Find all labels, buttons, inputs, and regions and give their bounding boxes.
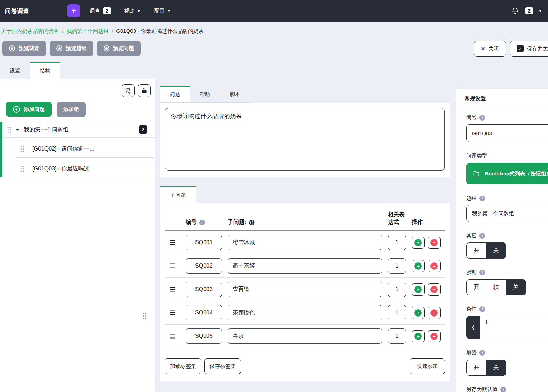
preview-group-button[interactable]: 预览题组 xyxy=(50,41,93,56)
breadcrumb-current: G01Q03 - 你最近喝过什么品牌的奶茶 xyxy=(116,28,204,35)
nav-surveys[interactable]: 调查 2 xyxy=(90,7,111,14)
info-icon[interactable]: i xyxy=(500,387,506,392)
add-row-button[interactable]: + xyxy=(412,307,425,319)
info-icon[interactable]: i xyxy=(479,270,485,275)
subq-relevance-input[interactable] xyxy=(388,328,406,344)
nav-help-menu[interactable]: 帮助 xyxy=(124,8,140,14)
breadcrumb-survey-link[interactable]: 关于国内奶茶品牌的调查 xyxy=(1,28,59,35)
col-relevance-header: 相关表达式 xyxy=(388,211,406,226)
breadcrumb-separator: / xyxy=(62,28,63,34)
tab-structure[interactable]: 结构 xyxy=(30,62,60,79)
subq-text-input[interactable] xyxy=(228,305,382,320)
subq-code-input[interactable] xyxy=(186,258,222,274)
add-row-button[interactable]: + xyxy=(412,283,425,296)
add-group-button[interactable]: 添加组 xyxy=(57,102,86,117)
subq-text-input[interactable] xyxy=(228,328,382,344)
subq-relevance-input[interactable] xyxy=(388,305,406,320)
tab-subquestions[interactable]: 子问题 xyxy=(160,186,196,203)
question-type-button[interactable]: Bootstrap式列表（按钮组） xyxy=(466,163,548,184)
encrypted-on-option[interactable]: 开 xyxy=(466,360,486,376)
drag-handle-icon[interactable] xyxy=(165,266,180,266)
question-text-input[interactable]: 你最近喝过什么品牌的奶茶 xyxy=(165,108,445,171)
add-row-button[interactable]: + xyxy=(412,237,425,249)
panel-resize-grip[interactable] xyxy=(142,313,147,319)
tree-question-row[interactable]: [G01Q03] › 你最近喝过... xyxy=(16,160,154,177)
info-icon[interactable]: i xyxy=(479,115,485,121)
subq-code-input[interactable] xyxy=(186,282,222,297)
tab-help[interactable]: 帮助 xyxy=(190,86,220,102)
subq-text-input[interactable] xyxy=(228,282,382,297)
subq-text-input[interactable] xyxy=(228,235,382,250)
condition-input[interactable]: 1 xyxy=(480,316,548,339)
other-toggle: 开 关 xyxy=(466,242,506,259)
bell-icon[interactable] xyxy=(511,7,519,15)
other-off-option[interactable]: 关 xyxy=(486,242,506,259)
settings-panel-title: 常规设置 xyxy=(456,89,548,107)
minus-circle-icon: − xyxy=(430,262,438,270)
lock-button[interactable] xyxy=(138,84,151,97)
close-button[interactable]: × 关闭 xyxy=(474,41,506,57)
preview-question-button[interactable]: 预览问题 xyxy=(97,41,141,56)
minus-circle-icon: − xyxy=(430,309,438,317)
plus-circle-icon: + xyxy=(414,239,422,246)
remove-row-button[interactable]: − xyxy=(428,307,441,319)
drag-grip-icon[interactable] xyxy=(20,146,24,152)
save-and-close-button[interactable]: ✓ 保存并关闭 xyxy=(510,41,548,57)
save-default-field-label: 另存为默认值 i xyxy=(466,386,548,392)
minus-circle-icon: − xyxy=(430,239,438,246)
subq-text-input[interactable] xyxy=(228,258,382,274)
preview-survey-label: 预览调查 xyxy=(19,45,40,52)
mandatory-off-option[interactable]: 关 xyxy=(506,279,526,295)
group-select[interactable]: 我的第一个问题组 xyxy=(466,205,548,222)
encrypted-off-option[interactable]: 关 xyxy=(486,360,506,376)
save-label-set-button[interactable]: 保存标签集 xyxy=(204,358,241,374)
drag-grip-icon[interactable] xyxy=(20,166,24,172)
tab-script[interactable]: 脚本 xyxy=(220,86,250,102)
drag-handle-icon[interactable] xyxy=(165,242,180,243)
mandatory-toggle: 开 软 关 xyxy=(466,279,526,295)
info-icon[interactable]: i xyxy=(479,233,485,239)
info-icon[interactable]: i xyxy=(199,220,205,225)
tab-question[interactable]: 问题 xyxy=(160,86,190,102)
collapse-caret-icon[interactable] xyxy=(16,129,19,131)
add-row-button[interactable]: + xyxy=(412,330,425,342)
add-row-button[interactable]: + xyxy=(412,260,425,272)
drag-handle-icon[interactable] xyxy=(165,312,180,313)
breadcrumb-group-link[interactable]: 我的第一个问题组 xyxy=(66,28,108,35)
info-icon[interactable]: i xyxy=(479,350,485,356)
question-code-input[interactable] xyxy=(466,124,548,142)
unlink-questions-button[interactable] xyxy=(122,84,135,97)
subq-relevance-input[interactable] xyxy=(388,282,406,297)
plus-circle-icon: + xyxy=(414,286,422,293)
globe-icon[interactable] xyxy=(249,219,255,226)
subq-code-input[interactable] xyxy=(186,328,222,344)
remove-row-button[interactable]: − xyxy=(428,283,441,296)
info-icon[interactable]: i xyxy=(479,306,485,312)
drag-handle-icon[interactable] xyxy=(165,289,180,290)
add-new-button[interactable]: + xyxy=(67,4,80,17)
subq-code-input[interactable] xyxy=(186,305,222,320)
subq-relevance-input[interactable] xyxy=(388,258,406,274)
quick-add-button[interactable]: 快速添加 xyxy=(410,358,445,374)
tree-group-row[interactable]: 我的第一个问题组 2 xyxy=(2,122,155,138)
nav-config-menu[interactable]: 配置 xyxy=(154,8,170,14)
info-icon[interactable]: i xyxy=(479,196,485,201)
mandatory-soft-option[interactable]: 软 xyxy=(486,279,506,295)
profile-chevron-icon[interactable] xyxy=(539,10,542,12)
remove-row-button[interactable]: − xyxy=(428,260,441,272)
add-question-button[interactable]: + 添加问题 xyxy=(6,102,52,117)
other-on-option[interactable]: 开 xyxy=(466,242,486,259)
drag-grip-icon[interactable] xyxy=(7,126,12,133)
preview-group-label: 预览题组 xyxy=(66,45,87,52)
remove-row-button[interactable]: − xyxy=(428,237,441,249)
drag-handle-icon[interactable] xyxy=(165,336,180,336)
subq-relevance-input[interactable] xyxy=(388,235,406,250)
tree-question-row[interactable]: [G01Q02] › 请问你近一... xyxy=(16,140,154,158)
tab-settings[interactable]: 设置 xyxy=(0,62,30,79)
preview-survey-button[interactable]: 预览调查 xyxy=(2,41,46,56)
load-label-set-button[interactable]: 加载标签集 xyxy=(165,358,201,374)
subq-code-input[interactable] xyxy=(186,235,222,250)
mandatory-on-option[interactable]: 开 xyxy=(466,279,486,295)
remove-row-button[interactable]: − xyxy=(428,330,441,342)
app-logo[interactable]: 问卷调查 xyxy=(5,7,29,15)
